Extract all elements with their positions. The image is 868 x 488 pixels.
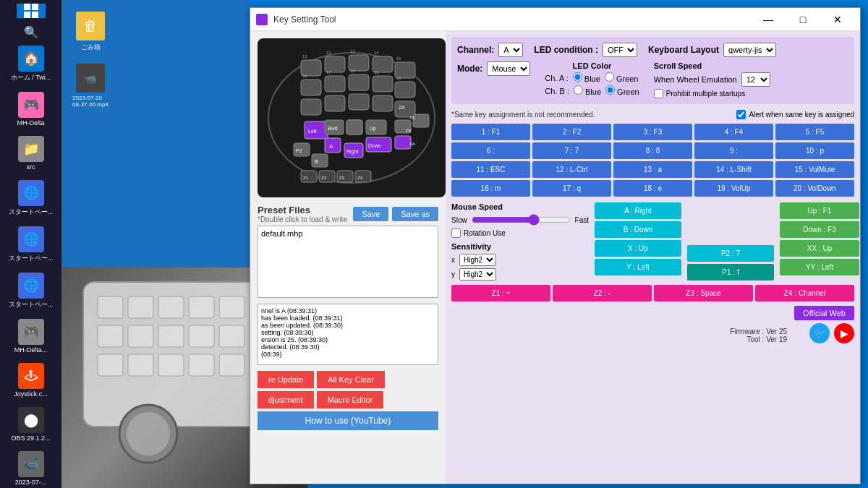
taskbar-item-vid[interactable]: 📹 2023-07-...: [4, 448, 58, 488]
taskbar-item-start2[interactable]: 🌐 スタートペー...: [4, 223, 58, 266]
led-color-label: LED Color: [545, 61, 639, 70]
key-btn-20[interactable]: 20 : VolDown: [775, 180, 854, 197]
alert-checkbox[interactable]: [736, 110, 746, 119]
taskbar-item-delta[interactable]: 🎮 MH-Delta: [4, 89, 58, 129]
ch-a-blue-radio[interactable]: Blue: [573, 72, 600, 83]
dir-key-yy[interactable]: YY : Left: [780, 259, 859, 275]
wheel-emulation-label: When Wheel Emulation: [654, 75, 737, 84]
same-key-warning: *Same key assignment is not recommended.: [451, 111, 595, 119]
dir-key-up[interactable]: Up : F1: [780, 202, 859, 219]
key-btn-5[interactable]: 5 : F5: [775, 124, 854, 140]
search-button[interactable]: 🔍: [17, 25, 46, 39]
channel-select[interactable]: A B: [498, 43, 523, 57]
key-btn-9[interactable]: 9 :: [694, 142, 773, 159]
youtube-icon[interactable]: ▶: [834, 323, 854, 343]
taskbar-item-start3[interactable]: 🌐 スタートペー...: [4, 270, 58, 312]
key-btn-13[interactable]: 13 : a: [613, 161, 692, 178]
dir-key-y[interactable]: Y : Left: [595, 259, 681, 275]
ch-b-blue-radio[interactable]: Blue: [574, 85, 601, 96]
save-button[interactable]: Save: [353, 207, 388, 221]
ch-b-green-radio[interactable]: Green: [605, 85, 639, 96]
key-btn-2[interactable]: 2 : F2: [532, 124, 611, 140]
dir-key-p2[interactable]: P2 : 7: [687, 245, 774, 262]
twitter-icon[interactable]: 🐦: [809, 323, 830, 343]
ch-a-green-radio[interactable]: Green: [605, 72, 639, 83]
key-btn-17[interactable]: 17 : q: [532, 180, 611, 197]
save-as-button[interactable]: Save as: [392, 207, 438, 221]
wheel-emulation-select[interactable]: 12: [741, 72, 770, 87]
window-icon: [256, 14, 268, 25]
minimize-button[interactable]: —: [752, 8, 785, 31]
svg-text:P2: P2: [296, 148, 302, 153]
preset-title: Preset Files: [258, 205, 347, 215]
taskbar-label-delta: MH-Delta: [17, 119, 44, 127]
key-btn-3[interactable]: 3 : F3: [613, 124, 692, 140]
dir-key-down[interactable]: Down : F3: [780, 221, 859, 238]
taskbar-item-start1[interactable]: 🌐 スタートペー...: [4, 177, 58, 220]
sensitivity-x-label: x: [451, 256, 455, 264]
taskbar-item-joy[interactable]: 🕹 Joystick.c...: [4, 360, 58, 401]
mouse-speed-slider[interactable]: [472, 214, 571, 226]
key-btn-12[interactable]: 12 : L-Ctrl: [532, 161, 611, 178]
led-condition-select[interactable]: OFF ON: [603, 43, 637, 57]
key-btn-6[interactable]: 6 :: [451, 142, 530, 159]
key-btn-1[interactable]: 1 : F1: [451, 124, 530, 140]
sensitivity-y-select[interactable]: High2High1Mid: [459, 268, 496, 281]
close-button[interactable]: ✕: [821, 8, 854, 31]
maximize-button[interactable]: □: [786, 8, 820, 31]
svg-rect-36: [395, 136, 411, 149]
taskbar-item-obs[interactable]: ⬤ OBS 29.1.2...: [4, 404, 58, 445]
official-web-button[interactable]: Official Web: [794, 306, 854, 320]
svg-rect-10: [219, 325, 244, 347]
prohibit-checkbox[interactable]: [654, 89, 663, 98]
svg-text:Z4: Z4: [357, 176, 363, 180]
firmware-version: Firmware : Ver 25: [730, 328, 787, 335]
desktop-icon-trash[interactable]: 🗑 ごみ箱: [61, 6, 119, 58]
dir-key-p1[interactable]: P1 : f: [687, 264, 774, 281]
firmware-update-button[interactable]: re Update: [258, 371, 314, 388]
all-key-clear-button[interactable]: All Key Clear: [317, 371, 385, 388]
z-key-z1[interactable]: Z1 : ~: [451, 285, 550, 301]
taskbar-label-obs: OBS 29.1.2...: [11, 435, 50, 442]
key-btn-18[interactable]: 18 : e: [613, 180, 692, 197]
key-btn-7[interactable]: 7 : 7: [532, 142, 611, 159]
rotation-checkbox[interactable]: [451, 228, 461, 238]
taskbar-item-mh[interactable]: 🎮 MH-Delta...: [4, 316, 58, 356]
key-btn-10[interactable]: 10 : p: [775, 142, 854, 159]
preset-file-item[interactable]: default.mhp: [261, 229, 435, 238]
z-key-z3[interactable]: Z3 : Space: [654, 285, 753, 301]
taskbar-item-src[interactable]: 📁 src: [4, 133, 58, 174]
dir-key-xx[interactable]: XX : Up: [780, 240, 859, 257]
desktop-icon-video[interactable]: 📹 2023-07-2008-37-06.mp4: [61, 58, 119, 114]
key-btn-11[interactable]: 11 : ESC: [451, 161, 530, 178]
svg-text:15: 15: [396, 56, 401, 61]
z-key-z2[interactable]: Z2 : -: [553, 285, 652, 301]
mouse-direction-section: Mouse Speed Slow Fast Rotation Use Sensi…: [451, 202, 854, 281]
svg-text:19: 19: [374, 70, 379, 74]
mode-select[interactable]: Mouse: [487, 61, 530, 76]
svg-rect-30: [325, 95, 345, 111]
adjustment-button[interactable]: djustment: [258, 391, 314, 408]
howto-button[interactable]: How to use (YouTube): [258, 411, 438, 430]
dir-key-a[interactable]: A : Right: [595, 202, 681, 219]
svg-rect-7: [128, 325, 153, 347]
start-button[interactable]: [17, 4, 46, 18]
taskbar-item-home[interactable]: 🏠 ホーム / Twi...: [4, 43, 58, 85]
preset-file-list[interactable]: default.mhp: [258, 226, 438, 298]
dir-key-x[interactable]: X : Up: [595, 240, 681, 257]
key-btn-8[interactable]: 8 : 8: [613, 142, 692, 159]
dir-key-b[interactable]: B : Down: [595, 221, 681, 238]
svg-rect-1: [98, 296, 123, 318]
key-btn-16[interactable]: 16 : m: [451, 180, 530, 197]
log-line-6: (08:39): [261, 351, 435, 358]
key-btn-4[interactable]: 4 : F4: [694, 124, 773, 140]
z-key-z4[interactable]: Z4 : Channel: [755, 285, 854, 301]
taskbar-label-start3: スタートペー...: [9, 300, 54, 309]
macro-editor-button[interactable]: Macro Editor: [317, 391, 383, 408]
mode-label: Mode:: [457, 64, 482, 74]
keyboard-layout-select[interactable]: qwerty-jis: [723, 43, 776, 57]
key-btn-14[interactable]: 14 : L-Shift: [694, 161, 773, 178]
key-btn-15[interactable]: 15 : VolMute: [775, 161, 854, 178]
sensitivity-x-select[interactable]: High2High1Mid: [459, 254, 496, 266]
key-btn-19[interactable]: 19 : VolUp: [694, 180, 773, 197]
